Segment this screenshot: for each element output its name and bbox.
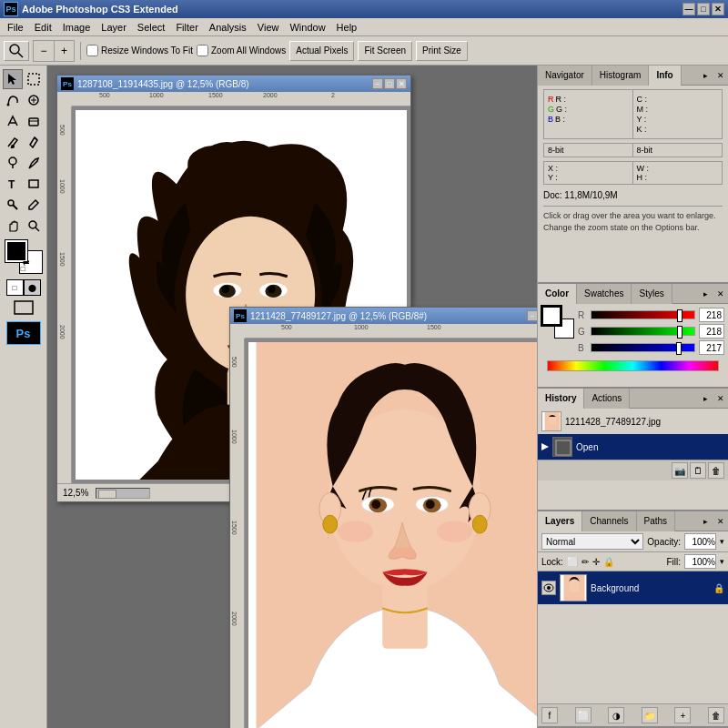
- add-layer-style-button[interactable]: f: [541, 707, 558, 723]
- history-panel-menu[interactable]: ▸: [700, 394, 712, 403]
- doc1-close[interactable]: ✕: [396, 78, 407, 89]
- tab-color[interactable]: Color: [538, 284, 577, 304]
- doc1-maximize[interactable]: □: [384, 78, 395, 89]
- new-layer-button[interactable]: +: [674, 707, 691, 723]
- zoom-all-checkbox[interactable]: [197, 45, 208, 56]
- b-value-input[interactable]: [699, 340, 724, 355]
- layer-eye-icon[interactable]: [541, 581, 556, 595]
- layer-background-item[interactable]: Background 🔒: [538, 571, 728, 605]
- actual-pixels-button[interactable]: Actual Pixels: [289, 41, 354, 61]
- history-panel-close[interactable]: ✕: [713, 394, 728, 403]
- r-slider-track[interactable]: [591, 310, 695, 319]
- tab-history[interactable]: History: [538, 389, 584, 409]
- lock-pixels-icon[interactable]: ✏: [581, 557, 589, 567]
- eyedropper-tool[interactable]: [24, 195, 44, 215]
- g-slider-track[interactable]: [591, 327, 695, 336]
- document-2-window[interactable]: Ps 1211428_77489127.jpg @ 12,5% (RGB/8#)…: [229, 307, 537, 728]
- zoom-tool[interactable]: [24, 216, 44, 236]
- create-snapshot-button[interactable]: 📷: [672, 462, 688, 479]
- healing-tool[interactable]: [24, 90, 44, 110]
- nav-panel-close[interactable]: ✕: [713, 71, 728, 80]
- resize-windows-checkbox[interactable]: [86, 45, 98, 56]
- doc1-minimize[interactable]: −: [372, 78, 383, 89]
- fill-input[interactable]: [684, 554, 716, 569]
- selection-tool[interactable]: [3, 69, 23, 89]
- type-tool[interactable]: T: [3, 174, 23, 194]
- r-slider-thumb[interactable]: [677, 309, 682, 322]
- paint-bucket-tool[interactable]: [24, 132, 44, 152]
- close-button[interactable]: ✕: [712, 3, 724, 15]
- lock-transparent-icon[interactable]: ⬜: [567, 557, 578, 567]
- tab-info[interactable]: Info: [649, 66, 681, 86]
- menu-view[interactable]: View: [252, 20, 285, 35]
- zoom-tool-btn[interactable]: [4, 41, 29, 61]
- doc2-minimize[interactable]: −: [527, 310, 537, 321]
- zoom-in-button[interactable]: +: [54, 41, 74, 61]
- zoom-out-button[interactable]: −: [34, 41, 54, 61]
- tab-channels[interactable]: Channels: [582, 511, 636, 531]
- tab-layers[interactable]: Layers: [538, 511, 582, 531]
- shape-tool[interactable]: [24, 174, 44, 194]
- eraser-tool[interactable]: [24, 111, 44, 131]
- pen-tool[interactable]: [24, 153, 44, 173]
- zoom-all-checkbox-label[interactable]: Zoom All Windows: [197, 45, 286, 56]
- fit-screen-button[interactable]: Fit Screen: [358, 41, 412, 61]
- hand-tool[interactable]: [3, 216, 23, 236]
- layers-panel-menu[interactable]: ▸: [700, 517, 712, 526]
- menu-image[interactable]: Image: [57, 20, 96, 35]
- maximize-button[interactable]: □: [697, 3, 710, 15]
- blend-mode-select[interactable]: Normal: [541, 533, 643, 550]
- doc2-canvas-container[interactable]: [245, 339, 537, 728]
- clone-tool[interactable]: [3, 111, 23, 131]
- menu-filter[interactable]: Filter: [170, 20, 203, 35]
- add-mask-button[interactable]: ⬜: [575, 707, 592, 723]
- g-value-input[interactable]: [699, 324, 724, 339]
- layers-panel-close[interactable]: ✕: [713, 517, 728, 526]
- canvas-area[interactable]: Ps 1287108_11914435.jpg @ 12,5% (RGB/8) …: [47, 66, 537, 728]
- menu-layer[interactable]: Layer: [96, 20, 132, 35]
- crop-tool[interactable]: [3, 90, 23, 110]
- lock-position-icon[interactable]: ✛: [592, 557, 600, 567]
- notes-tool[interactable]: [3, 195, 23, 215]
- print-size-button[interactable]: Print Size: [416, 41, 468, 61]
- new-group-button[interactable]: 📁: [642, 707, 658, 723]
- tab-styles[interactable]: Styles: [632, 284, 672, 304]
- r-value-input[interactable]: [699, 308, 724, 322]
- tab-histogram[interactable]: Histogram: [592, 66, 650, 86]
- delete-layer-button[interactable]: 🗑: [708, 707, 724, 723]
- new-adjustment-layer-button[interactable]: ◑: [608, 707, 624, 723]
- resize-windows-checkbox-label[interactable]: Resize Windows To Fit: [86, 45, 193, 56]
- tab-actions[interactable]: Actions: [584, 389, 630, 409]
- delete-state-button[interactable]: 🗑: [708, 462, 724, 479]
- menu-analysis[interactable]: Analysis: [204, 20, 252, 35]
- fg-color-swatch[interactable]: [541, 306, 561, 326]
- default-colors-icon[interactable]: □: [21, 265, 25, 273]
- menu-select[interactable]: Select: [132, 20, 171, 35]
- screen-mode-button[interactable]: [6, 300, 41, 315]
- color-spectrum[interactable]: [547, 360, 719, 371]
- b-slider-thumb[interactable]: [676, 342, 682, 355]
- lasso-tool[interactable]: [24, 69, 44, 89]
- tab-navigator[interactable]: Navigator: [538, 66, 592, 86]
- fill-chevron[interactable]: ▾: [720, 557, 724, 566]
- dodge-tool[interactable]: [3, 153, 23, 173]
- doc1-scroll-thumb[interactable]: [96, 488, 150, 499]
- color-panel-menu[interactable]: ▸: [700, 289, 712, 298]
- color-panel-close[interactable]: ✕: [713, 289, 728, 298]
- standard-mode-button[interactable]: □: [6, 279, 24, 296]
- tab-paths[interactable]: Paths: [637, 511, 676, 531]
- history-open-state[interactable]: Open: [538, 434, 728, 460]
- tab-swatches[interactable]: Swatches: [577, 284, 632, 304]
- brush-tool[interactable]: [3, 132, 23, 152]
- minimize-button[interactable]: —: [682, 3, 695, 15]
- opacity-input[interactable]: [684, 533, 716, 550]
- nav-panel-menu[interactable]: ▸: [700, 71, 712, 80]
- g-slider-thumb[interactable]: [677, 326, 682, 339]
- menu-window[interactable]: Window: [284, 20, 330, 35]
- new-state-from-snapshot-button[interactable]: 🗒: [690, 462, 706, 479]
- quick-mask-mode-button[interactable]: ⬤: [24, 279, 41, 296]
- menu-edit[interactable]: Edit: [29, 20, 57, 35]
- lock-all-icon[interactable]: 🔒: [603, 557, 614, 567]
- opacity-chevron[interactable]: ▾: [720, 537, 724, 546]
- menu-help[interactable]: Help: [331, 20, 363, 35]
